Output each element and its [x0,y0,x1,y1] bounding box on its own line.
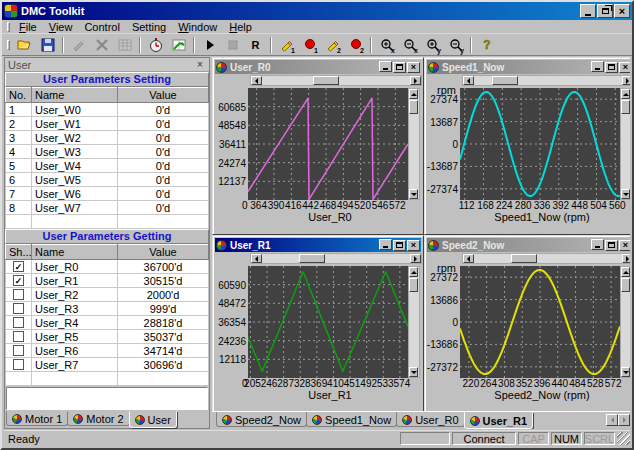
panel-close-button[interactable]: × [194,59,206,70]
hscroll-thumb[interactable] [492,76,518,85]
table-row[interactable]: User_R22000'd [6,288,209,302]
setting-row-value[interactable]: 0'd [118,159,209,173]
close-button[interactable]: × [614,4,630,18]
menu-item-setting[interactable]: Setting [126,21,172,33]
vscroll-down-button[interactable] [409,189,418,199]
resize-grip[interactable] [617,432,630,445]
vscroll-down-button[interactable] [621,189,630,199]
chart-minimize-button[interactable] [379,61,392,72]
vscroll-thumb[interactable] [409,278,418,292]
panel-tab-motor-2[interactable]: Motor 2 [67,411,129,426]
chart-maximize-button[interactable] [605,62,618,73]
panel-tab-user[interactable]: User [129,411,177,428]
mdi-tab-speed2_now[interactable]: Speed2_Now [216,412,307,427]
hscroll-right-button[interactable] [622,76,630,85]
zoom-in-x-button[interactable]: x [375,35,398,55]
tab-scroll-right-button[interactable] [618,414,630,426]
chart-hscrollbar[interactable] [250,253,422,264]
table-row[interactable]: 3User_W20'd [6,131,209,145]
chart-minimize-button[interactable] [379,239,392,250]
help-button[interactable]: ? [475,35,498,55]
chart-window-titlebar[interactable]: User_R1× [215,238,421,252]
table-row[interactable]: 2User_W10'd [6,117,209,131]
stop-button[interactable] [221,35,244,55]
chart-window-titlebar[interactable]: User_R0× [215,60,421,74]
panel-caption[interactable]: User × [5,58,209,72]
table-row[interactable]: ✓User_R036700'd [6,260,209,274]
zoom-in-y-button[interactable]: y [421,35,444,55]
hscroll-left-button[interactable] [251,76,262,85]
show-checkbox[interactable] [13,289,24,300]
chart-maximize-button[interactable] [393,240,406,251]
chart-minimize-button[interactable] [591,239,604,250]
vscroll-up-button[interactable] [409,89,418,99]
setting-row-value[interactable]: 0'd [118,131,209,145]
record-1-button[interactable]: 1 [298,35,321,55]
menu-item-file[interactable]: File [13,21,43,33]
table-row[interactable]: User_R634714'd [6,344,209,358]
setting-row-value[interactable]: 0'd [118,145,209,159]
show-checkbox[interactable]: ✓ [13,261,24,272]
vscroll-thumb[interactable] [621,100,630,114]
table-row[interactable]: User_R3999'd [6,302,209,316]
chart-close-button[interactable]: × [407,62,420,73]
table-row[interactable]: User_R428818'd [6,316,209,330]
hscroll-right-button[interactable] [410,76,421,85]
panel-tab-motor-1[interactable]: Motor 1 [6,411,68,426]
table-row[interactable]: 5User_W40'd [6,159,209,173]
probe-1-button[interactable]: 1 [275,35,298,55]
chart-vscrollbar[interactable] [408,88,420,200]
vscroll-down-button[interactable] [621,367,630,377]
reset-button[interactable]: R [244,35,267,55]
sampling-timer-button[interactable] [144,35,167,55]
show-checkbox[interactable] [13,331,24,342]
setting-row-value[interactable]: 0'd [118,201,209,215]
show-checkbox[interactable] [13,317,24,328]
toolbar-grip[interactable] [7,40,10,50]
zoom-out-x-button[interactable]: x [398,35,421,55]
write-parameters-button[interactable] [67,35,90,55]
table-row[interactable]: ✓User_R130515'd [6,274,209,288]
zoom-out-y-button[interactable]: y [444,35,467,55]
titlebar[interactable]: DMC Toolkit × [2,2,632,20]
show-checkbox[interactable] [13,345,24,356]
table-row[interactable]: 4User_W30'd [6,145,209,159]
mdi-tab-speed1_now[interactable]: Speed1_Now [306,412,397,427]
chart-maximize-button[interactable] [605,240,618,251]
delete-button[interactable] [90,35,113,55]
open-file-button[interactable] [13,35,36,55]
chart-vscrollbar[interactable] [620,88,630,200]
show-checkbox[interactable] [13,303,24,314]
show-checkbox[interactable]: ✓ [13,275,24,286]
hscroll-left-button[interactable] [463,76,474,85]
run-button[interactable] [198,35,221,55]
vscroll-thumb[interactable] [409,100,418,114]
parameter-table-button[interactable] [113,35,136,55]
hscroll-thumb[interactable] [313,76,339,85]
hscroll-left-button[interactable] [463,254,474,263]
menu-item-help[interactable]: Help [223,21,258,33]
save-button[interactable] [36,35,59,55]
record-2-button[interactable]: 2 [344,35,367,55]
setting-row-value[interactable]: 0'd [118,103,209,117]
vscroll-up-button[interactable] [621,267,630,277]
chart-hscrollbar[interactable] [462,75,630,86]
chart-window-titlebar[interactable]: Speed1_Now× [427,60,630,74]
hscroll-right-button[interactable] [622,254,630,263]
vscroll-up-button[interactable] [409,267,418,277]
vscroll-thumb[interactable] [621,278,630,292]
vscroll-up-button[interactable] [621,89,630,99]
mdi-tab-user_r1[interactable]: User_R1 [464,412,534,429]
table-row[interactable]: 8User_W70'd [6,201,209,215]
chart-close-button[interactable]: × [407,240,420,251]
setting-row-value[interactable]: 0'd [118,173,209,187]
chart-window-titlebar[interactable]: Speed2_Now× [427,238,630,252]
menu-item-window[interactable]: Window [172,21,223,33]
minimize-button[interactable] [580,4,596,18]
chart-hscrollbar[interactable] [250,75,422,86]
restore-button[interactable] [597,4,613,18]
menu-item-view[interactable]: View [43,21,79,33]
chart-vscrollbar[interactable] [408,266,420,378]
hscroll-thumb[interactable] [511,254,537,263]
probe-2-button[interactable]: 2 [321,35,344,55]
